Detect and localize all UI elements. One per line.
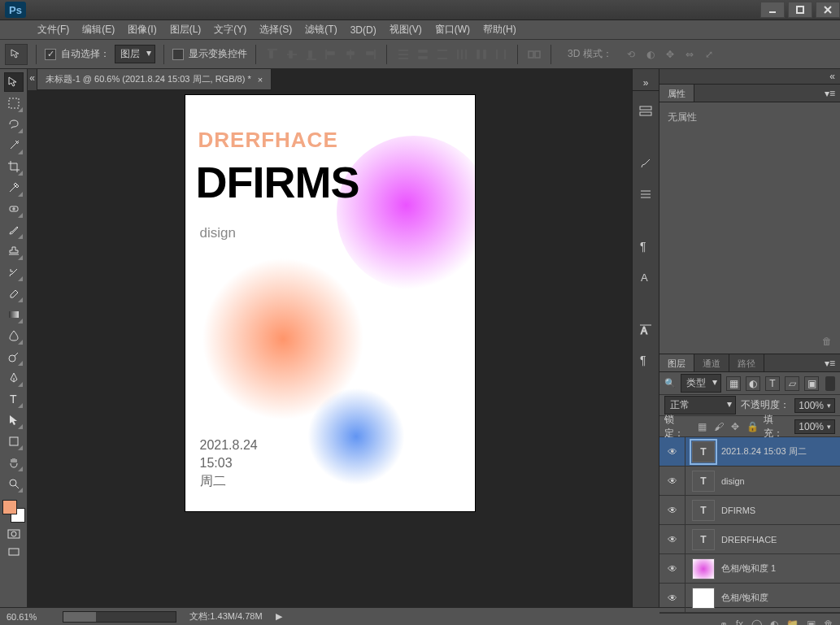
window-maximize[interactable] [788, 2, 812, 18]
visibility-toggle[interactable]: 👁 [659, 437, 685, 466]
adjustment-layer-icon[interactable]: ◐ [770, 618, 778, 626]
visibility-toggle[interactable]: 👁 [659, 584, 685, 612]
layers-panel-menu[interactable]: ▾≡ [820, 354, 840, 371]
filter-text-icon[interactable]: T [765, 376, 780, 391]
menu-file[interactable]: 文件(F) [31, 20, 76, 40]
layer-kind-dropdown[interactable]: 类型 [681, 374, 721, 393]
brush-panel-icon[interactable] [635, 153, 656, 174]
channels-panel-tab[interactable]: 通道 [694, 354, 729, 371]
menu-view[interactable]: 视图(V) [383, 20, 429, 40]
auto-select-checkbox[interactable] [45, 49, 56, 60]
glyphs-panel-icon[interactable]: A [635, 319, 656, 340]
layer-name[interactable]: 色相/饱和度 [721, 592, 768, 604]
history-brush-tool[interactable] [4, 263, 24, 282]
properties-panel-menu[interactable]: ▾≡ [820, 85, 840, 102]
brush-presets-icon[interactable] [635, 184, 656, 205]
window-close[interactable] [816, 2, 840, 18]
filter-smart-icon[interactable]: ▣ [804, 376, 819, 391]
layer-row[interactable]: 👁 T 2021.8.24 15:03 周二 [659, 437, 840, 467]
layer-group-icon[interactable]: 📁 [786, 618, 799, 626]
menu-help[interactable]: 帮助(H) [477, 20, 523, 40]
zoom-level[interactable]: 60.61% [7, 612, 37, 622]
layer-name[interactable]: DFIRMS [721, 506, 755, 515]
filter-toggle[interactable] [825, 376, 835, 391]
menu-window[interactable]: 窗口(W) [429, 20, 477, 40]
dodge-tool[interactable] [4, 347, 24, 367]
gradient-tool[interactable] [4, 305, 24, 324]
menu-filter[interactable]: 滤镜(T) [298, 20, 343, 40]
fg-color-swatch[interactable] [2, 500, 17, 514]
menu-edit[interactable]: 编辑(E) [76, 20, 121, 40]
eraser-tool[interactable] [4, 284, 24, 303]
magic-wand-tool[interactable] [4, 136, 24, 155]
blur-tool[interactable] [4, 326, 24, 345]
quickmask-toggle[interactable] [6, 527, 22, 540]
document-tab[interactable]: 未标题-1 @ 60.6% (2021.8.24 15:03 周二, RGB/8… [37, 69, 272, 89]
delete-layer-icon[interactable]: 🗑 [824, 618, 833, 626]
show-transform-checkbox[interactable] [172, 49, 184, 60]
layer-row[interactable]: 👁 T DRERFHACE [659, 525, 840, 554]
layers-panel-tab[interactable]: 图层 [659, 354, 694, 371]
move-tool-indicator[interactable] [5, 44, 28, 65]
pen-tool[interactable] [4, 368, 24, 388]
eyedropper-tool[interactable] [4, 178, 24, 197]
paragraph-panel-icon[interactable]: ¶ [635, 236, 656, 257]
canvas-area[interactable]: DRERFHACE DFIRMS disign 2021.8.24 15:03 … [28, 90, 632, 607]
menu-layer[interactable]: 图层(L) [163, 20, 208, 40]
lock-all-icon[interactable]: 🔒 [746, 420, 759, 433]
visibility-toggle[interactable]: 👁 [659, 496, 685, 524]
layer-name[interactable]: DRERFHACE [721, 535, 777, 545]
text-tool[interactable]: T [4, 389, 24, 409]
document-canvas[interactable]: DRERFHACE DFIRMS disign 2021.8.24 15:03 … [185, 95, 475, 511]
stamp-tool[interactable] [4, 241, 24, 261]
move-tool[interactable] [4, 72, 24, 92]
shape-tool[interactable] [4, 432, 24, 451]
hand-tool[interactable] [4, 453, 24, 472]
lasso-tool[interactable] [4, 115, 24, 134]
visibility-toggle[interactable]: 👁 [659, 525, 685, 553]
paragraph-styles-icon[interactable]: ¶ [635, 349, 656, 371]
visibility-toggle[interactable]: 👁 [659, 467, 685, 495]
link-layers-icon[interactable]: ⚭ [720, 618, 728, 626]
layer-name[interactable]: 2021.8.24 15:03 周二 [721, 445, 807, 458]
close-tab-icon[interactable]: × [258, 75, 263, 85]
crop-tool[interactable] [4, 157, 24, 176]
properties-panel-tab[interactable]: 属性 [659, 85, 694, 102]
collapse-right-icon[interactable]: » [633, 76, 659, 91]
layer-fx-icon[interactable]: fx [736, 618, 743, 626]
character-panel-icon[interactable]: A [635, 267, 656, 288]
layer-row[interactable]: 👁 色相/饱和度 [659, 584, 840, 613]
status-scrollbar[interactable] [63, 611, 176, 623]
filter-adjust-icon[interactable]: ◐ [746, 376, 760, 391]
status-more-icon[interactable]: ▶ [276, 611, 282, 622]
filter-pixel-icon[interactable]: ▦ [726, 376, 741, 391]
trash-icon[interactable]: 🗑 [822, 336, 832, 347]
filter-shape-icon[interactable]: ▱ [785, 376, 799, 391]
document-size[interactable]: 文档:1.43M/4.78M [189, 610, 262, 623]
opacity-value[interactable]: 100% [794, 398, 835, 413]
color-swatches[interactable] [2, 500, 25, 523]
collapse-props-icon[interactable]: « [659, 69, 840, 85]
menu-select[interactable]: 选择(S) [253, 20, 298, 40]
marquee-tool[interactable] [4, 93, 24, 113]
auto-select-scope-dropdown[interactable]: 图层 [115, 45, 155, 63]
menu-3d[interactable]: 3D(D) [344, 21, 383, 39]
path-select-tool[interactable] [4, 410, 24, 430]
layer-row[interactable]: 👁 T DFIRMS [659, 496, 840, 525]
fill-value[interactable]: 100% [794, 419, 835, 434]
lock-pixels-icon[interactable]: 🖌 [712, 420, 725, 433]
layer-name[interactable]: disign [721, 476, 745, 486]
lock-transparency-icon[interactable]: ▦ [696, 420, 708, 433]
zoom-tool[interactable] [4, 474, 24, 493]
screenmode-toggle[interactable] [6, 545, 22, 558]
paths-panel-tab[interactable]: 路径 [729, 354, 764, 371]
layer-name[interactable]: 色相/饱和度 1 [721, 562, 776, 575]
lock-position-icon[interactable]: ✥ [729, 420, 742, 433]
brush-tool[interactable] [4, 220, 24, 240]
layer-mask-icon[interactable]: ◯ [751, 618, 762, 626]
history-panel-icon[interactable] [635, 101, 656, 122]
layer-row[interactable]: 👁 色相/饱和度 1 [659, 554, 840, 584]
menu-image[interactable]: 图像(I) [121, 20, 163, 40]
visibility-toggle[interactable]: 👁 [659, 554, 685, 583]
new-layer-icon[interactable]: ▣ [807, 618, 816, 626]
